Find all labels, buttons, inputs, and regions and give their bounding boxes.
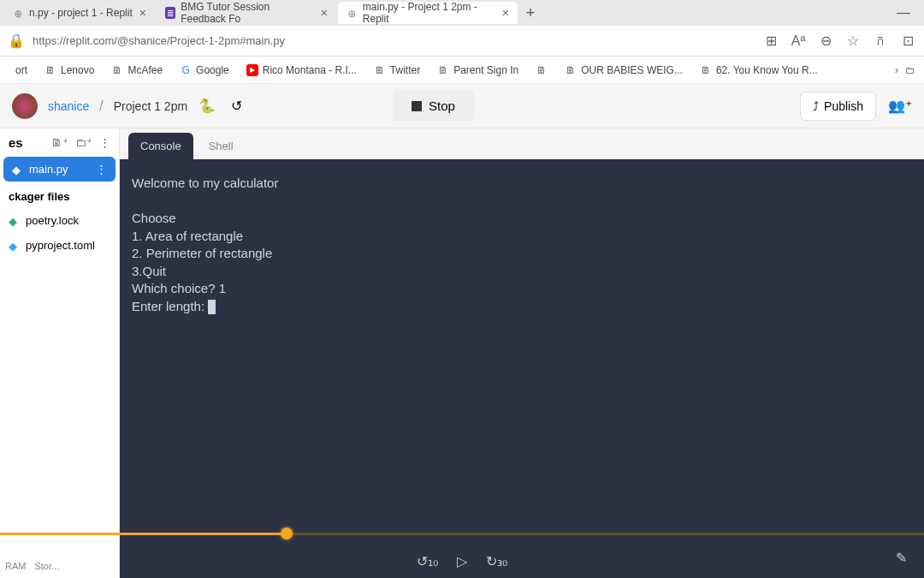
username-link[interactable]: shanice	[48, 99, 89, 113]
project-name[interactable]: Project 1 2pm	[114, 99, 187, 113]
lock-icon[interactable]: 🔒	[9, 33, 24, 49]
topbar-right: ⤴ Publish 👥⁺	[800, 92, 912, 121]
page-icon: 🗎	[374, 64, 386, 76]
sidebar-header: es 🗎⁺ 🗀⁺ ⋮	[0, 128, 119, 157]
python-icon[interactable]: 🐍	[198, 97, 216, 116]
bookmarks-bar: ort 🗎Lenovo 🗎McAfee GGoogle ▶Rico Montan…	[0, 57, 924, 84]
extension-icon[interactable]: ⊞	[763, 33, 779, 49]
sidebar-footer: RAM Stor...	[0, 554, 119, 578]
replit-topbar: shanice / Project 1 2pm 🐍 ↺ Stop ⤴ Publi…	[0, 84, 924, 128]
tab-shell[interactable]: Shell	[197, 133, 246, 159]
python-file-icon: ◆	[12, 164, 24, 176]
stop-button[interactable]: Stop	[393, 90, 474, 122]
replit-icon: ◎	[346, 7, 358, 19]
bookmark-item[interactable]: 🗎Twitter	[367, 61, 427, 80]
bookmark-item[interactable]: 🗎62. You Know You R...	[693, 61, 825, 80]
bookmark-item[interactable]: 🗎McAfee	[104, 61, 169, 80]
page-icon: 🗎	[565, 64, 577, 76]
replit-icon: ◎	[12, 7, 24, 19]
page-icon: 🗎	[111, 64, 123, 76]
forms-icon: ≣	[165, 7, 175, 19]
address-actions: ⊞ Aª ⊖ ☆ ⩃ ⊡	[763, 33, 915, 49]
play-icon[interactable]: ▷	[457, 553, 467, 569]
favorite-icon[interactable]: ☆	[845, 33, 861, 49]
youtube-icon: ▶	[246, 64, 258, 76]
tab-title: BMG Tutor Session Feedback Fo	[181, 1, 314, 25]
app-icon[interactable]: ⊡	[900, 33, 915, 49]
url-field[interactable]: https://replit.com/@shanice/Project-1-2p…	[33, 34, 755, 47]
tab-title: main.py - Project 1 2pm - Replit	[363, 1, 495, 25]
console-output[interactable]: Welcome to my calculator Choose 1. Area …	[120, 159, 924, 578]
close-icon[interactable]: ×	[321, 6, 328, 20]
edit-icon[interactable]: ✎	[896, 550, 907, 566]
page-icon: 🗎	[700, 64, 712, 76]
bookmark-item[interactable]: ▶Rico Montana - R.I...	[240, 61, 364, 80]
minimize-button[interactable]: —	[886, 2, 921, 24]
browser-tab-active[interactable]: ◎ main.py - Project 1 2pm - Replit ×	[338, 2, 518, 24]
video-controls: ↺₁₀ ▷ ↻₃₀	[417, 553, 507, 569]
text-cursor	[208, 300, 216, 314]
chevron-right-icon[interactable]: ›	[895, 64, 898, 76]
ram-label: RAM	[5, 561, 26, 571]
browser-tab-strip: ◎ n.py - project 1 - Replit × ≣ BMG Tuto…	[0, 0, 924, 26]
breadcrumb-separator: /	[99, 98, 103, 114]
file-item[interactable]: ◆ pyproject.toml	[0, 233, 119, 258]
upload-icon: ⤴	[813, 99, 819, 113]
browser-tab[interactable]: ≣ BMG Tutor Session Feedback Fo ×	[157, 2, 336, 24]
tab-console[interactable]: Console	[128, 133, 193, 159]
zoom-icon[interactable]: ⊖	[818, 33, 833, 49]
files-heading: es	[9, 135, 23, 150]
bookmark-item[interactable]: 🗎Parent Sign In	[430, 61, 525, 80]
new-folder-icon[interactable]: 🗀⁺	[75, 136, 92, 149]
forward-icon[interactable]: ↻₃₀	[486, 553, 507, 569]
file-item-main[interactable]: ◆ main.py ⋮	[3, 157, 116, 182]
more-icon[interactable]: ⋮	[99, 136, 110, 149]
folder-icon[interactable]: 🗀	[905, 64, 915, 76]
close-icon[interactable]: ×	[139, 6, 146, 20]
stop-icon	[412, 101, 422, 111]
browser-tab[interactable]: ◎ n.py - project 1 - Replit ×	[3, 2, 155, 24]
bookmark-overflow: › 🗀	[895, 64, 915, 76]
rewind-icon[interactable]: ↺₁₀	[417, 553, 438, 569]
invite-icon[interactable]: 👥⁺	[888, 98, 912, 114]
bookmark-item[interactable]: 🗎Lenovo	[38, 61, 101, 80]
collections-icon[interactable]: ⩃	[873, 33, 888, 49]
new-tab-button[interactable]: +	[519, 2, 542, 24]
page-icon: 🗎	[437, 64, 449, 76]
file-menu-icon[interactable]: ⋮	[96, 163, 107, 176]
storage-label: Stor...	[34, 561, 59, 571]
bookmark-item[interactable]: 🗎OUR BABIES WEIG...	[558, 61, 690, 80]
file-item[interactable]: ◆ poetry.lock	[0, 208, 119, 233]
main-area: es 🗎⁺ 🗀⁺ ⋮ ◆ main.py ⋮ ckager files ◆ po…	[0, 128, 924, 578]
address-bar: 🔒 https://replit.com/@shanice/Project-1-…	[0, 26, 924, 57]
packager-heading: ckager files	[0, 182, 119, 208]
new-file-icon[interactable]: 🗎⁺	[51, 136, 68, 149]
file-sidebar: es 🗎⁺ 🗀⁺ ⋮ ◆ main.py ⋮ ckager files ◆ po…	[0, 128, 120, 578]
sidebar-actions: 🗎⁺ 🗀⁺ ⋮	[51, 136, 110, 149]
avatar[interactable]	[12, 93, 38, 119]
toml-file-icon: ◆	[9, 240, 21, 252]
page-icon: 🗎	[536, 64, 548, 76]
bookmark-item[interactable]: 🗎	[529, 61, 554, 80]
history-icon[interactable]: ↺	[227, 97, 246, 116]
editor-tabs: Console Shell	[120, 128, 924, 159]
close-icon[interactable]: ×	[502, 6, 509, 20]
text-icon[interactable]: Aª	[791, 33, 806, 49]
google-icon: G	[180, 64, 192, 76]
bookmark-item[interactable]: ort	[9, 61, 34, 80]
tab-title: n.py - project 1 - Replit	[29, 7, 133, 19]
editor-area: Console Shell Welcome to my calculator C…	[120, 128, 924, 578]
page-icon: 🗎	[44, 64, 56, 76]
bookmark-item[interactable]: GGoogle	[173, 61, 236, 80]
publish-button[interactable]: ⤴ Publish	[800, 92, 876, 121]
lock-file-icon: ◆	[9, 215, 21, 227]
